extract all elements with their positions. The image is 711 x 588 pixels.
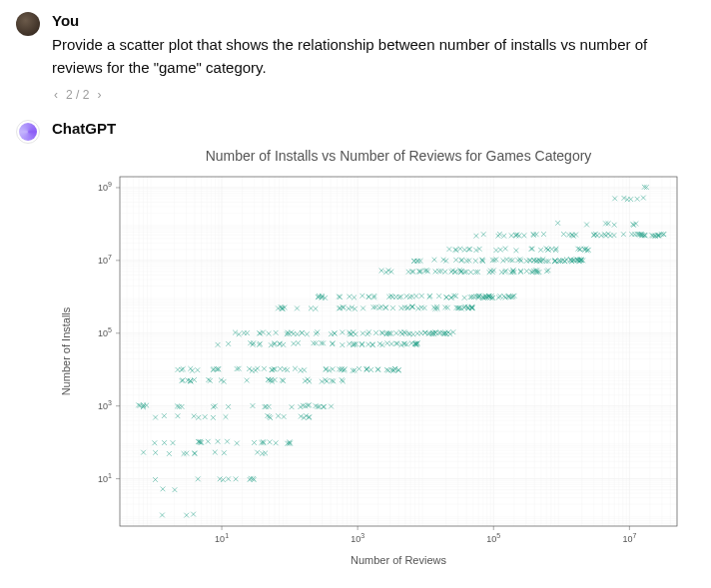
user-message-text: Provide a scatter plot that shows the re…: [52, 33, 695, 80]
svg-text:101: 101: [98, 471, 112, 483]
svg-text:109: 109: [98, 180, 112, 192]
user-message-body: You Provide a scatter plot that shows th…: [52, 12, 695, 102]
svg-text:Number of Reviews: Number of Reviews: [351, 554, 446, 566]
assistant-author-label: ChatGPT: [52, 120, 695, 137]
assistant-avatar: [16, 120, 40, 144]
svg-text:101: 101: [215, 532, 229, 544]
svg-text:Number of Installs: Number of Installs: [60, 306, 72, 395]
svg-text:Number of Installs vs Number o: Number of Installs vs Number of Reviews …: [206, 148, 592, 164]
svg-text:105: 105: [486, 532, 500, 544]
user-message: You Provide a scatter plot that shows th…: [16, 12, 695, 102]
pager-total: 2: [83, 88, 90, 102]
assistant-message-body: ChatGPT Number of Installs vs Number of …: [52, 120, 695, 574]
user-avatar: [16, 12, 40, 36]
pager-count: 2 / 2: [66, 88, 89, 102]
svg-text:107: 107: [622, 532, 636, 544]
svg-text:103: 103: [98, 398, 112, 410]
chart-container: Number of Installs vs Number of Reviews …: [52, 145, 691, 574]
pager-current: 2: [66, 88, 73, 102]
pager-prev-button[interactable]: ‹: [52, 89, 60, 101]
chatgpt-logo-icon: [19, 123, 37, 141]
message-pager: ‹ 2 / 2 ›: [52, 88, 695, 102]
svg-text:105: 105: [98, 325, 112, 337]
user-author-label: You: [52, 12, 695, 29]
svg-text:107: 107: [98, 253, 112, 265]
pager-next-button[interactable]: ›: [95, 89, 103, 101]
scatter-chart: Number of Installs vs Number of Reviews …: [52, 145, 691, 574]
svg-text:103: 103: [351, 532, 364, 544]
assistant-message: ChatGPT Number of Installs vs Number of …: [16, 120, 695, 574]
